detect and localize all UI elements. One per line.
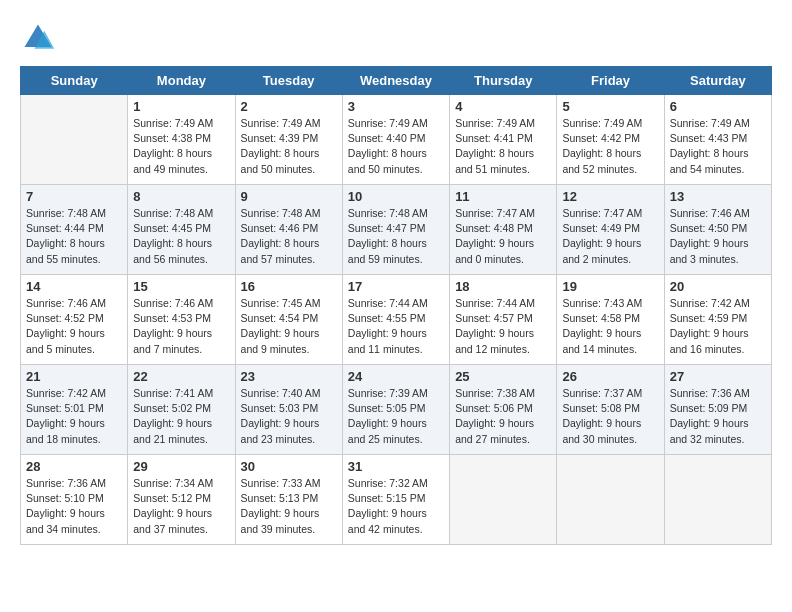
calendar-cell: 4Sunrise: 7:49 AMSunset: 4:41 PMDaylight… xyxy=(450,95,557,185)
day-number: 25 xyxy=(455,369,551,384)
calendar-cell: 18Sunrise: 7:44 AMSunset: 4:57 PMDayligh… xyxy=(450,275,557,365)
calendar-week-row: 1Sunrise: 7:49 AMSunset: 4:38 PMDaylight… xyxy=(21,95,772,185)
calendar-cell: 28Sunrise: 7:36 AMSunset: 5:10 PMDayligh… xyxy=(21,455,128,545)
day-info: Sunrise: 7:44 AMSunset: 4:55 PMDaylight:… xyxy=(348,296,444,357)
calendar-cell: 31Sunrise: 7:32 AMSunset: 5:15 PMDayligh… xyxy=(342,455,449,545)
calendar-cell: 22Sunrise: 7:41 AMSunset: 5:02 PMDayligh… xyxy=(128,365,235,455)
day-info: Sunrise: 7:34 AMSunset: 5:12 PMDaylight:… xyxy=(133,476,229,537)
calendar-cell: 9Sunrise: 7:48 AMSunset: 4:46 PMDaylight… xyxy=(235,185,342,275)
header xyxy=(20,20,772,56)
day-number: 13 xyxy=(670,189,766,204)
calendar-week-row: 7Sunrise: 7:48 AMSunset: 4:44 PMDaylight… xyxy=(21,185,772,275)
day-number: 20 xyxy=(670,279,766,294)
weekday-header-thursday: Thursday xyxy=(450,67,557,95)
calendar-cell xyxy=(664,455,771,545)
day-info: Sunrise: 7:46 AMSunset: 4:50 PMDaylight:… xyxy=(670,206,766,267)
calendar-cell: 21Sunrise: 7:42 AMSunset: 5:01 PMDayligh… xyxy=(21,365,128,455)
day-number: 15 xyxy=(133,279,229,294)
calendar-cell: 11Sunrise: 7:47 AMSunset: 4:48 PMDayligh… xyxy=(450,185,557,275)
calendar-cell: 3Sunrise: 7:49 AMSunset: 4:40 PMDaylight… xyxy=(342,95,449,185)
calendar-cell: 6Sunrise: 7:49 AMSunset: 4:43 PMDaylight… xyxy=(664,95,771,185)
calendar-cell: 13Sunrise: 7:46 AMSunset: 4:50 PMDayligh… xyxy=(664,185,771,275)
day-info: Sunrise: 7:40 AMSunset: 5:03 PMDaylight:… xyxy=(241,386,337,447)
day-info: Sunrise: 7:47 AMSunset: 4:49 PMDaylight:… xyxy=(562,206,658,267)
day-number: 27 xyxy=(670,369,766,384)
day-number: 29 xyxy=(133,459,229,474)
calendar-cell: 17Sunrise: 7:44 AMSunset: 4:55 PMDayligh… xyxy=(342,275,449,365)
logo xyxy=(20,20,62,56)
day-number: 8 xyxy=(133,189,229,204)
day-info: Sunrise: 7:37 AMSunset: 5:08 PMDaylight:… xyxy=(562,386,658,447)
day-number: 7 xyxy=(26,189,122,204)
day-info: Sunrise: 7:48 AMSunset: 4:46 PMDaylight:… xyxy=(241,206,337,267)
day-number: 17 xyxy=(348,279,444,294)
day-info: Sunrise: 7:32 AMSunset: 5:15 PMDaylight:… xyxy=(348,476,444,537)
day-info: Sunrise: 7:46 AMSunset: 4:52 PMDaylight:… xyxy=(26,296,122,357)
day-number: 11 xyxy=(455,189,551,204)
day-info: Sunrise: 7:42 AMSunset: 5:01 PMDaylight:… xyxy=(26,386,122,447)
calendar-cell: 26Sunrise: 7:37 AMSunset: 5:08 PMDayligh… xyxy=(557,365,664,455)
weekday-header-friday: Friday xyxy=(557,67,664,95)
day-info: Sunrise: 7:36 AMSunset: 5:09 PMDaylight:… xyxy=(670,386,766,447)
day-info: Sunrise: 7:49 AMSunset: 4:41 PMDaylight:… xyxy=(455,116,551,177)
calendar-cell: 27Sunrise: 7:36 AMSunset: 5:09 PMDayligh… xyxy=(664,365,771,455)
day-info: Sunrise: 7:46 AMSunset: 4:53 PMDaylight:… xyxy=(133,296,229,357)
calendar-week-row: 28Sunrise: 7:36 AMSunset: 5:10 PMDayligh… xyxy=(21,455,772,545)
day-info: Sunrise: 7:41 AMSunset: 5:02 PMDaylight:… xyxy=(133,386,229,447)
day-info: Sunrise: 7:44 AMSunset: 4:57 PMDaylight:… xyxy=(455,296,551,357)
calendar-table: SundayMondayTuesdayWednesdayThursdayFrid… xyxy=(20,66,772,545)
day-number: 2 xyxy=(241,99,337,114)
day-info: Sunrise: 7:47 AMSunset: 4:48 PMDaylight:… xyxy=(455,206,551,267)
day-number: 5 xyxy=(562,99,658,114)
calendar-cell: 16Sunrise: 7:45 AMSunset: 4:54 PMDayligh… xyxy=(235,275,342,365)
day-info: Sunrise: 7:49 AMSunset: 4:42 PMDaylight:… xyxy=(562,116,658,177)
weekday-header-saturday: Saturday xyxy=(664,67,771,95)
day-info: Sunrise: 7:49 AMSunset: 4:38 PMDaylight:… xyxy=(133,116,229,177)
day-number: 10 xyxy=(348,189,444,204)
day-number: 14 xyxy=(26,279,122,294)
day-info: Sunrise: 7:33 AMSunset: 5:13 PMDaylight:… xyxy=(241,476,337,537)
calendar-cell: 19Sunrise: 7:43 AMSunset: 4:58 PMDayligh… xyxy=(557,275,664,365)
calendar-cell: 24Sunrise: 7:39 AMSunset: 5:05 PMDayligh… xyxy=(342,365,449,455)
day-number: 30 xyxy=(241,459,337,474)
calendar-cell xyxy=(557,455,664,545)
weekday-header-monday: Monday xyxy=(128,67,235,95)
calendar-week-row: 14Sunrise: 7:46 AMSunset: 4:52 PMDayligh… xyxy=(21,275,772,365)
day-number: 3 xyxy=(348,99,444,114)
day-number: 16 xyxy=(241,279,337,294)
calendar-cell: 14Sunrise: 7:46 AMSunset: 4:52 PMDayligh… xyxy=(21,275,128,365)
calendar-week-row: 21Sunrise: 7:42 AMSunset: 5:01 PMDayligh… xyxy=(21,365,772,455)
day-info: Sunrise: 7:39 AMSunset: 5:05 PMDaylight:… xyxy=(348,386,444,447)
day-info: Sunrise: 7:48 AMSunset: 4:44 PMDaylight:… xyxy=(26,206,122,267)
day-number: 18 xyxy=(455,279,551,294)
calendar-cell: 1Sunrise: 7:49 AMSunset: 4:38 PMDaylight… xyxy=(128,95,235,185)
logo-icon xyxy=(20,20,56,56)
day-info: Sunrise: 7:49 AMSunset: 4:43 PMDaylight:… xyxy=(670,116,766,177)
calendar-cell: 15Sunrise: 7:46 AMSunset: 4:53 PMDayligh… xyxy=(128,275,235,365)
day-number: 22 xyxy=(133,369,229,384)
weekday-header-sunday: Sunday xyxy=(21,67,128,95)
day-info: Sunrise: 7:48 AMSunset: 4:45 PMDaylight:… xyxy=(133,206,229,267)
day-number: 4 xyxy=(455,99,551,114)
day-number: 23 xyxy=(241,369,337,384)
weekday-header-wednesday: Wednesday xyxy=(342,67,449,95)
calendar-cell: 2Sunrise: 7:49 AMSunset: 4:39 PMDaylight… xyxy=(235,95,342,185)
day-number: 31 xyxy=(348,459,444,474)
day-number: 6 xyxy=(670,99,766,114)
day-number: 28 xyxy=(26,459,122,474)
day-info: Sunrise: 7:49 AMSunset: 4:39 PMDaylight:… xyxy=(241,116,337,177)
calendar-cell: 8Sunrise: 7:48 AMSunset: 4:45 PMDaylight… xyxy=(128,185,235,275)
calendar-cell: 30Sunrise: 7:33 AMSunset: 5:13 PMDayligh… xyxy=(235,455,342,545)
calendar-cell xyxy=(21,95,128,185)
calendar-cell: 20Sunrise: 7:42 AMSunset: 4:59 PMDayligh… xyxy=(664,275,771,365)
day-info: Sunrise: 7:43 AMSunset: 4:58 PMDaylight:… xyxy=(562,296,658,357)
day-number: 26 xyxy=(562,369,658,384)
calendar-cell: 5Sunrise: 7:49 AMSunset: 4:42 PMDaylight… xyxy=(557,95,664,185)
day-number: 12 xyxy=(562,189,658,204)
day-number: 9 xyxy=(241,189,337,204)
day-info: Sunrise: 7:49 AMSunset: 4:40 PMDaylight:… xyxy=(348,116,444,177)
calendar-cell: 7Sunrise: 7:48 AMSunset: 4:44 PMDaylight… xyxy=(21,185,128,275)
day-info: Sunrise: 7:45 AMSunset: 4:54 PMDaylight:… xyxy=(241,296,337,357)
day-info: Sunrise: 7:42 AMSunset: 4:59 PMDaylight:… xyxy=(670,296,766,357)
calendar-cell: 25Sunrise: 7:38 AMSunset: 5:06 PMDayligh… xyxy=(450,365,557,455)
